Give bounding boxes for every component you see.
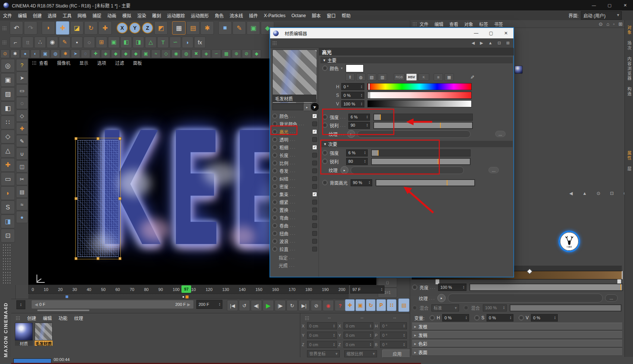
brush-tool-icon[interactable]: ✎ <box>16 135 28 147</box>
up-icon[interactable]: ▲ <box>582 191 592 196</box>
minimize-button[interactable]: — <box>586 0 602 10</box>
workplane-mode-icon[interactable]: ◧ <box>1 101 15 115</box>
array-icon[interactable]: ▣ <box>41 50 50 58</box>
texture-expand-button[interactable]: ▸ <box>347 130 355 138</box>
channel-animation-dot[interactable] <box>272 168 277 173</box>
iron-tool-icon[interactable]: ▤ <box>16 186 28 198</box>
menu-item[interactable]: 编辑 <box>15 10 30 20</box>
rotation-field[interactable]: 0 °▴▾ <box>380 332 407 339</box>
redo-button[interactable]: ↷ <box>24 21 37 35</box>
back-specular-slider[interactable] <box>376 179 475 186</box>
channel-checkbox[interactable] <box>312 200 317 205</box>
stepper-icon[interactable]: ▴▾ <box>381 288 382 291</box>
secondary-strength-slider[interactable] <box>371 149 471 156</box>
z-axis-lock[interactable]: Z <box>142 22 153 34</box>
paint-setup-icon[interactable]: ◨ <box>1 215 15 228</box>
main-sharpness-slider[interactable] <box>373 122 473 129</box>
menu-item[interactable]: 脚本 <box>309 10 324 20</box>
animation-dot-icon[interactable] <box>322 159 327 164</box>
edges-mode-icon[interactable]: ◇ <box>1 130 15 143</box>
image-picker-icon[interactable]: ▥ <box>378 73 387 81</box>
selection-handle[interactable] <box>75 257 77 260</box>
dialog-close-button[interactable]: ✕ <box>499 28 513 38</box>
model-mode-icon[interactable]: ▣ <box>1 73 15 87</box>
camera-deformer-icon[interactable]: ▦ <box>222 50 231 58</box>
undo-button[interactable]: ↶ <box>10 21 23 35</box>
end-frame-field[interactable]: 200 F ▴▾ <box>196 300 222 309</box>
channel-animation-dot[interactable] <box>272 153 277 158</box>
viewport-grip[interactable] <box>32 61 37 65</box>
frame-step-stepper[interactable]: ▴▾ <box>16 300 25 309</box>
menu-item[interactable]: 运动跟踪 <box>164 10 188 20</box>
previous-frame-button[interactable]: ◀| <box>251 300 262 311</box>
scale-mode-dropdown[interactable]: 缩放比例▾ <box>344 350 377 357</box>
cloud-icon[interactable]: ◌ <box>81 50 90 58</box>
animation-dot-icon[interactable] <box>322 123 327 128</box>
channel-animation-dot[interactable] <box>272 239 277 244</box>
channel-checkbox[interactable] <box>312 231 317 236</box>
wrap-deformer-icon[interactable]: ◈ <box>202 50 211 58</box>
points-mode-icon[interactable]: ∷ <box>1 115 15 129</box>
object-menu-item[interactable]: 编辑 <box>434 21 443 27</box>
points-filter-icon[interactable]: ∴ <box>34 37 46 48</box>
edge-mode-icon[interactable]: ◧ <box>120 37 132 48</box>
viewport-menu-item[interactable]: 查看 <box>39 60 48 66</box>
main-strength-slider[interactable] <box>373 114 473 121</box>
material-name[interactable]: 毛发材质 <box>35 341 53 346</box>
back-specular-field[interactable]: 90 %▴▾ <box>351 179 372 186</box>
menu-item[interactable]: 渲染 <box>134 10 149 20</box>
material-name-field[interactable]: 毛发材质 <box>272 95 316 102</box>
forward-icon[interactable]: ▶ <box>480 41 483 45</box>
shear-deformer-icon[interactable]: ◇ <box>161 50 171 58</box>
channel-row[interactable]: 长度 . . . <box>272 151 317 159</box>
explosion-deformer-icon[interactable]: ✖ <box>192 50 201 58</box>
toolbar-separator[interactable] <box>215 22 218 34</box>
menu-item[interactable]: 插件 <box>246 10 261 20</box>
scale-field[interactable]: 0 cm▴▾ <box>344 341 373 348</box>
channel-row[interactable]: 弯曲 . . . <box>272 214 317 222</box>
channel-checkbox[interactable] <box>312 137 317 142</box>
channel-checkbox[interactable] <box>312 215 317 220</box>
channel-checkbox[interactable] <box>312 153 317 158</box>
menu-item[interactable]: 流水线 <box>227 10 246 20</box>
blend-mode-dropdown[interactable]: 标准▾ <box>431 304 459 311</box>
chevron-down-icon[interactable]: ▾ <box>341 66 343 70</box>
panel-tab[interactable]: 属性 <box>626 151 632 161</box>
knife-tool-icon[interactable]: ✂ <box>16 173 28 185</box>
collision-deformer-icon[interactable]: ⊕ <box>232 50 241 58</box>
channel-animation-dot[interactable] <box>272 192 277 197</box>
animation-dot-icon[interactable] <box>322 180 327 185</box>
back-icon[interactable]: ◀ <box>569 191 577 196</box>
mirror-tool-icon[interactable]: ◫ <box>16 160 28 172</box>
timeline-playhead[interactable]: 97 <box>181 285 191 293</box>
cluster-icon[interactable]: ✚ <box>91 50 100 58</box>
coordinate-system-button[interactable]: ◩ <box>154 21 168 35</box>
color-wheel-icon[interactable]: ◍ <box>356 73 365 81</box>
toolbar-grip[interactable] <box>2 40 7 44</box>
channel-row[interactable]: 背光颜色 . . . <box>272 120 317 128</box>
dot-row-icon[interactable]: ▪ <box>71 37 83 48</box>
menu-item[interactable]: 创建 <box>30 10 45 20</box>
keyframe-selection-button[interactable]: ▤ <box>398 298 409 312</box>
gradient-marker[interactable] <box>368 92 370 99</box>
move-tool[interactable]: ✚ <box>56 21 69 35</box>
up-icon[interactable]: ▲ <box>488 41 493 45</box>
help-icon[interactable]: ? <box>16 59 28 71</box>
panel-tab[interactable]: 内容浏览器 <box>626 57 632 81</box>
secondary-texture-field[interactable] <box>351 167 464 174</box>
record-icon[interactable]: ⊙ <box>0 50 10 58</box>
record-active-objects-button[interactable]: ◉ <box>323 300 334 311</box>
attribute-section-header[interactable]: ▸ 色彩 <box>412 340 622 347</box>
sphere-object-icon[interactable]: ● <box>20 50 30 58</box>
channel-row[interactable]: 指定 . . . <box>272 254 317 262</box>
current-frame-field[interactable]: 97 F ▴▾ <box>350 285 384 294</box>
texture-expand-button[interactable]: ▸ <box>437 294 446 302</box>
circle-points-icon[interactable]: ◌ <box>83 37 95 48</box>
sliders-icon[interactable]: ≡ <box>434 73 443 81</box>
lasso-select-icon[interactable]: ◌ <box>16 97 28 109</box>
apply-button[interactable]: 应用 <box>382 349 412 358</box>
color-swatch[interactable] <box>346 64 364 72</box>
record-parameter-button[interactable]: P <box>376 299 386 311</box>
channel-animation-dot[interactable] <box>272 223 277 228</box>
main-strength-field[interactable]: 6 %▴▾ <box>348 114 370 121</box>
